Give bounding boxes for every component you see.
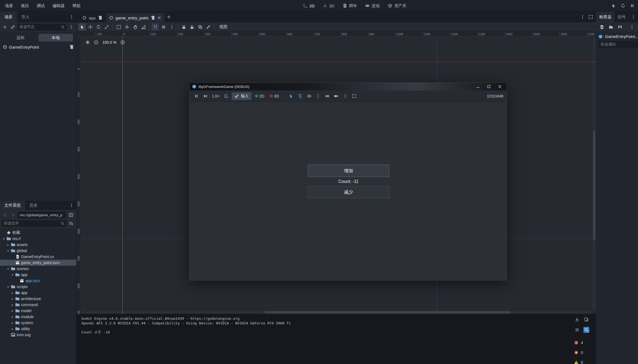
next-frame-icon[interactable] bbox=[202, 93, 209, 100]
console-log[interactable]: Godot Engine v4.6.stable.mono.official.8… bbox=[81, 316, 569, 335]
view-menu-button[interactable]: 视图 bbox=[217, 23, 230, 31]
fs-item-utility[interactable]: ▸utility bbox=[0, 326, 76, 332]
expand-arrow-icon[interactable]: ▸ bbox=[7, 243, 10, 247]
vertical-ruler[interactable]: 0100200300400500600700800900 bbox=[76, 37, 81, 314]
expand-arrow-icon[interactable]: ▸ bbox=[11, 291, 14, 295]
load-resource-icon[interactable] bbox=[607, 23, 615, 31]
collapse-arrow-icon[interactable]: ▾ bbox=[11, 273, 14, 277]
scene-tabs-menu-icon[interactable] bbox=[579, 13, 586, 20]
nav-back-icon[interactable] bbox=[2, 211, 9, 218]
pause-icon[interactable] bbox=[629, 2, 636, 9]
debug-select-icon[interactable] bbox=[288, 93, 295, 100]
distraction-free-icon[interactable] bbox=[587, 13, 594, 20]
select-tool-button[interactable] bbox=[78, 23, 86, 31]
unlock-node-button[interactable] bbox=[188, 23, 196, 31]
fs-item-command[interactable]: ▸command bbox=[0, 302, 76, 308]
instantiate-scene-button[interactable] bbox=[9, 23, 16, 31]
messages-badge[interactable]: 4 bbox=[574, 339, 583, 346]
scene-tree-root-node[interactable]: GameEntryPoint bbox=[0, 43, 76, 51]
vertical-scrollbar[interactable] bbox=[593, 37, 595, 310]
filesystem-menu-icon[interactable] bbox=[68, 202, 75, 209]
fs-item-assets[interactable]: ▸assets bbox=[0, 242, 76, 248]
remote-button[interactable]: 远程 bbox=[3, 34, 38, 42]
zoom-out-button[interactable] bbox=[93, 39, 100, 46]
menu-item[interactable]: 项目 bbox=[17, 0, 33, 11]
expand-arrow-icon[interactable]: ▸ bbox=[11, 297, 14, 301]
embed-fullscreen-icon[interactable] bbox=[351, 93, 358, 100]
pivot-tool-button[interactable] bbox=[123, 23, 131, 31]
scene-dock-options-icon[interactable] bbox=[68, 23, 75, 31]
zoom-in-button[interactable] bbox=[119, 39, 126, 46]
copy-log-icon[interactable] bbox=[583, 316, 589, 322]
menu-item[interactable]: 场景 bbox=[1, 0, 17, 11]
box-select-tool-button[interactable] bbox=[115, 23, 122, 31]
input-mode-button[interactable]: 输入 bbox=[232, 92, 252, 100]
tab-scene-dock[interactable]: 场景 bbox=[0, 11, 17, 22]
expand-arrow-icon[interactable]: ▸ bbox=[11, 303, 14, 307]
expand-arrow-icon[interactable]: ▸ bbox=[11, 309, 14, 313]
inspector-options-icon[interactable] bbox=[628, 23, 636, 31]
scene-tab-app[interactable]: app bbox=[79, 13, 105, 22]
rotate-tool-button[interactable] bbox=[95, 23, 102, 31]
ruler-tool-button[interactable] bbox=[140, 23, 147, 31]
node-hierarchy-icon[interactable] bbox=[297, 93, 304, 100]
close-icon[interactable] bbox=[157, 16, 161, 20]
errors-badge[interactable]: 0 bbox=[574, 349, 583, 356]
close-window-icon[interactable] bbox=[495, 84, 504, 90]
left-dock-menu-icon[interactable] bbox=[68, 13, 75, 20]
fs-item-app[interactable]: ▸app bbox=[0, 290, 76, 296]
vscroll-thumb[interactable] bbox=[593, 131, 595, 241]
save-log-icon[interactable] bbox=[574, 316, 580, 322]
editor-tab-3d[interactable]: 3D bbox=[320, 2, 338, 10]
editor-tab-script[interactable]: 脚本 bbox=[339, 2, 360, 10]
group-node-button[interactable] bbox=[196, 23, 204, 31]
camera-override-icon[interactable] bbox=[333, 93, 340, 100]
tab-history[interactable]: 历史 bbox=[25, 201, 42, 210]
fs-item-model[interactable]: ▸model bbox=[0, 308, 76, 314]
audio-mute-icon[interactable] bbox=[324, 93, 331, 100]
tab-import-dock[interactable]: 导入 bbox=[17, 11, 34, 22]
pointer-icon[interactable] bbox=[610, 2, 617, 9]
local-button[interactable]: 本地 bbox=[39, 34, 73, 42]
add-scene-button[interactable] bbox=[165, 13, 172, 20]
attached-script-icon[interactable] bbox=[69, 45, 73, 49]
fs-item-game_entry_point.tscn[interactable]: game_entry_point.tscn bbox=[0, 260, 76, 266]
menu-item[interactable]: 调试 bbox=[33, 0, 49, 11]
grid-snap-button[interactable] bbox=[160, 23, 167, 31]
expand-arrow-icon[interactable]: ▸ bbox=[11, 327, 14, 331]
filter-properties-input[interactable]: 筛选属性 bbox=[598, 41, 638, 48]
reload-icon[interactable] bbox=[619, 2, 627, 9]
filter-nodes-input[interactable]: 筛选节点 bbox=[17, 24, 67, 31]
collapse-arrow-icon[interactable]: ▾ bbox=[7, 267, 10, 271]
speed-multiplier[interactable]: 1.0× bbox=[211, 94, 221, 98]
script-icon[interactable] bbox=[150, 16, 155, 20]
expand-arrow-icon[interactable]: ▸ bbox=[11, 315, 14, 319]
add-node-button[interactable] bbox=[1, 23, 8, 31]
collapse-arrow-icon[interactable]: ▾ bbox=[7, 249, 10, 253]
skeleton-options-button[interactable] bbox=[205, 23, 212, 31]
maximize-window-icon[interactable] bbox=[485, 84, 493, 90]
decrease-button[interactable]: 减少 bbox=[308, 186, 389, 198]
search-log-icon[interactable] bbox=[583, 327, 589, 333]
new-resource-icon[interactable] bbox=[598, 23, 605, 31]
tab-inspector[interactable]: 检查器 bbox=[596, 11, 615, 22]
fs-item-global[interactable]: ▾global bbox=[0, 248, 76, 254]
fs-item-architecture[interactable]: ▸architecture bbox=[0, 296, 76, 302]
expand-arrow-icon[interactable]: ▸ bbox=[11, 321, 14, 325]
filter-files-input[interactable]: 筛选文件 bbox=[2, 220, 67, 227]
camera-options-icon[interactable] bbox=[342, 93, 349, 100]
fs-item-system[interactable]: ▸system bbox=[0, 320, 76, 326]
editor-tab-2d[interactable]: 2D bbox=[300, 2, 318, 10]
tab-filesystem[interactable]: 文件系统 bbox=[0, 201, 25, 210]
horizontal-ruler[interactable]: -100010020030040050060070080090010001100… bbox=[81, 32, 596, 37]
sort-files-icon[interactable] bbox=[67, 220, 75, 227]
collapse-arrow-icon[interactable]: ▾ bbox=[2, 237, 5, 241]
zoom-level[interactable]: 100.0 % bbox=[101, 40, 118, 45]
origin-icon[interactable] bbox=[84, 39, 91, 46]
pan-tool-button[interactable] bbox=[131, 23, 139, 31]
menu-item[interactable]: 帮助 bbox=[69, 0, 84, 11]
fs-item-:[interactable]: 收藏: bbox=[0, 230, 76, 236]
fs-item-icon.svg[interactable]: icon.svg bbox=[0, 332, 76, 338]
fs-item-scenes[interactable]: ▾scenes bbox=[0, 266, 76, 272]
suspend-game-icon[interactable] bbox=[193, 93, 200, 100]
